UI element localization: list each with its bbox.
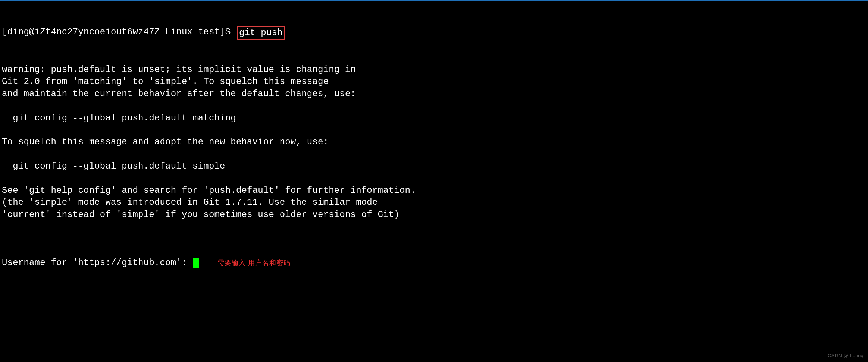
output-line: (the 'simple' mode was introduced in Git… xyxy=(2,196,866,208)
command-line: [ding@iZt4nc27yncoeiout6wz47Z Linux_test… xyxy=(2,26,866,40)
username-prompt: Username for 'https://github.com': xyxy=(2,257,192,269)
output-line: Git 2.0 from 'matching' to 'simple'. To … xyxy=(2,76,866,88)
output-line xyxy=(2,172,866,184)
output-line xyxy=(2,100,866,112)
terminal-window[interactable]: [ding@iZt4nc27yncoeiout6wz47Z Linux_test… xyxy=(2,2,866,281)
watermark: CSDN @dtuling xyxy=(828,352,864,359)
shell-prompt: [ding@iZt4nc27yncoeiout6wz47Z Linux_test… xyxy=(2,26,236,38)
output-line: warning: push.default is unset; its impl… xyxy=(2,64,866,76)
highlighted-command: git push xyxy=(237,26,285,40)
output-line xyxy=(2,148,866,160)
terminal-output: warning: push.default is unset; its impl… xyxy=(2,64,866,233)
output-line: See 'git help config' and search for 'pu… xyxy=(2,185,866,196)
output-line: and maintain the current behavior after … xyxy=(2,88,866,100)
output-line: git config --global push.default simple xyxy=(2,160,866,172)
output-line: 'current' instead of 'simple' if you som… xyxy=(2,209,866,221)
annotation-text: 需要输入 用户名和密码 xyxy=(217,258,291,267)
output-line: To squelch this message and adopt the ne… xyxy=(2,136,866,148)
cursor-icon xyxy=(193,258,199,268)
output-line xyxy=(2,221,866,233)
output-line xyxy=(2,124,866,136)
input-prompt-line[interactable]: Username for 'https://github.com': 需要输入 … xyxy=(2,257,866,269)
output-line: git config --global push.default matchin… xyxy=(2,112,866,124)
